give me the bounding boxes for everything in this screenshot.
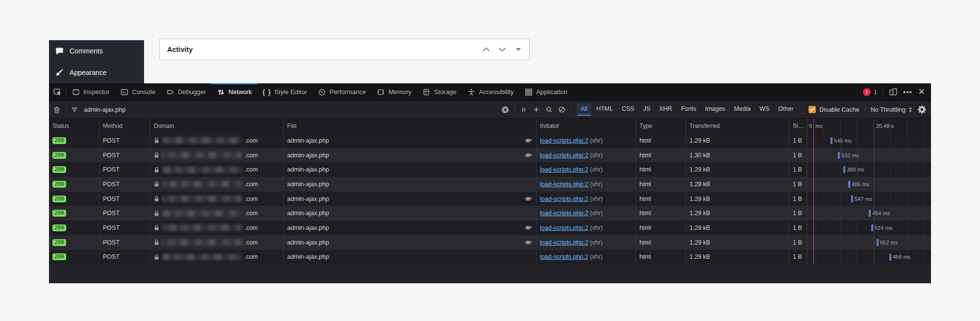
filter-other[interactable]: Other [774, 103, 797, 116]
tab-storage[interactable]: Storage [417, 83, 462, 100]
tab-accessibility[interactable]: Accessibility [462, 83, 519, 100]
column-header-transferred[interactable]: Transferred [686, 119, 789, 133]
search-icon[interactable] [545, 106, 553, 113]
type-cell: html [636, 250, 686, 265]
column-header-file[interactable]: File [284, 119, 537, 133]
request-row[interactable]: 200 POST .com admin-ajax.php load-script… [49, 192, 931, 206]
status-badge: 200 [52, 137, 66, 144]
devtools-menu-icon[interactable]: ••• [903, 88, 912, 96]
type-cell: html [636, 177, 686, 192]
type-cell: html [636, 133, 686, 148]
tab-performance[interactable]: Performance [312, 83, 371, 100]
filter-urls-input[interactable]: admin-ajax.php [84, 106, 125, 113]
close-devtools-icon[interactable]: ✕ [918, 87, 925, 97]
initiator-link[interactable]: load-scripts.php:2 [540, 152, 588, 159]
initiator-link[interactable]: load-scripts.php:2 [540, 253, 588, 260]
size-cell: 1 B [789, 162, 807, 177]
lock-icon [154, 152, 159, 158]
move-down-button[interactable] [498, 46, 506, 53]
waterfall-bar [877, 239, 879, 246]
initiator-cell: load-scripts.php:2 (xhr) [537, 177, 636, 192]
filter-js[interactable]: JS [639, 103, 655, 116]
type-cell: html [636, 206, 686, 221]
tab-application[interactable]: Application [519, 83, 573, 100]
waterfall-bar [843, 166, 845, 173]
size-cell: 1 B [789, 177, 807, 192]
filter-all[interactable]: All [577, 103, 591, 116]
sidebar-item-label: Comments [70, 47, 103, 55]
error-count-badge[interactable]: ! 1 [863, 88, 877, 96]
method-cell: POST [99, 235, 150, 250]
file-name: admin-ajax.php [287, 181, 329, 188]
sidebar-item-appearance[interactable]: Appearance [49, 62, 144, 83]
request-row[interactable]: 200 POST .com admin-ajax.php load-script… [49, 162, 931, 177]
waterfall-bar [871, 224, 873, 231]
filter-icon [71, 106, 78, 113]
filter-css[interactable]: CSS [618, 103, 638, 116]
lock-icon [154, 239, 159, 246]
appearance-icon [54, 68, 64, 77]
sidebar-item-comments[interactable]: Comments [49, 40, 144, 62]
tab-console[interactable]: Console [115, 83, 161, 100]
tab-debugger[interactable]: Debugger [161, 83, 211, 100]
column-header-type[interactable]: Type [636, 119, 686, 133]
move-up-button[interactable] [482, 46, 490, 53]
add-request-icon[interactable] [533, 106, 540, 113]
tab-label: Memory [389, 88, 412, 96]
pick-element-button[interactable] [49, 83, 66, 100]
tab-inspector[interactable]: Inspector [66, 83, 115, 100]
column-header-initiator[interactable]: Initiator [537, 119, 636, 133]
transferred-cell: 1.29 kB [686, 177, 789, 192]
column-header-status[interactable]: Status [49, 119, 99, 133]
initiator-link[interactable]: load-scripts.php:2 [540, 224, 588, 231]
request-row[interactable]: 200 POST .com admin-ajax.php load-script… [49, 177, 931, 192]
activity-panel-header: Activity [159, 39, 530, 60]
column-header-domain[interactable]: Domain [150, 119, 284, 133]
throttling-select[interactable]: No Throttling [871, 106, 912, 113]
filter-fonts[interactable]: Fonts [677, 103, 700, 116]
tab-style-editor[interactable]: { } Style Editor [257, 83, 312, 100]
responsive-design-mode-icon[interactable] [889, 88, 897, 96]
column-header-si-[interactable]: Si… [789, 119, 807, 133]
column-header-method[interactable]: Method [99, 119, 150, 133]
request-row[interactable]: 200 POST .com admin-ajax.php load-script… [49, 250, 931, 265]
initiator-link[interactable]: load-scripts.php:2 [540, 239, 588, 246]
disable-cache-checkbox[interactable]: Disable Cache [808, 106, 859, 113]
network-settings-gear-icon[interactable] [918, 105, 926, 114]
column-header-waterfall[interactable]: 0 ms 20.48 s [807, 119, 931, 133]
initiator-link[interactable]: load-scripts.php:2 [540, 181, 588, 188]
initiator-link[interactable]: load-scripts.php:2 [540, 196, 588, 202]
redacted-domain [162, 210, 242, 217]
request-row[interactable]: 200 POST .com admin-ajax.php load-script… [49, 206, 931, 221]
clear-requests-icon[interactable] [53, 106, 61, 114]
pause-traffic-icon[interactable] [520, 106, 527, 113]
initiator-link[interactable]: load-scripts.php:2 [540, 166, 588, 173]
block-request-icon[interactable] [558, 106, 565, 113]
slow-turtle-icon [524, 152, 533, 158]
request-row[interactable]: 200 POST .com admin-ajax.php load-script… [49, 235, 931, 250]
status-badge: 200 [52, 253, 66, 260]
filter-images[interactable]: Images [701, 103, 729, 116]
request-row[interactable]: 200 POST .com admin-ajax.php load-script… [49, 133, 931, 148]
redacted-domain [162, 239, 242, 246]
sidebar-item-label: Appearance [70, 69, 107, 76]
tab-memory[interactable]: Memory [371, 83, 417, 100]
request-row[interactable]: 200 POST .com admin-ajax.php load-script… [49, 221, 931, 235]
initiator-kind: (xhr) [588, 253, 603, 260]
request-row[interactable]: 200 POST .com admin-ajax.php load-script… [49, 148, 931, 163]
transferred-cell: 1.30 kB [686, 148, 789, 163]
initiator-link[interactable]: load-scripts.php:2 [540, 137, 588, 144]
lock-icon [154, 196, 159, 202]
redacted-domain [162, 196, 242, 202]
clear-filter-icon[interactable] [501, 106, 509, 114]
tab-network[interactable]: Network [211, 83, 257, 100]
filter-xhr[interactable]: XHR [655, 103, 676, 116]
initiator-link[interactable]: load-scripts.php:2 [540, 210, 588, 217]
file-name: admin-ajax.php [287, 152, 329, 159]
toggle-panel-button[interactable] [514, 46, 522, 53]
filter-html[interactable]: HTML [592, 103, 617, 116]
request-list-empty-area [49, 264, 931, 283]
filter-media[interactable]: Media [730, 103, 755, 116]
file-name: admin-ajax.php [287, 210, 329, 217]
filter-ws[interactable]: WS [756, 103, 773, 116]
